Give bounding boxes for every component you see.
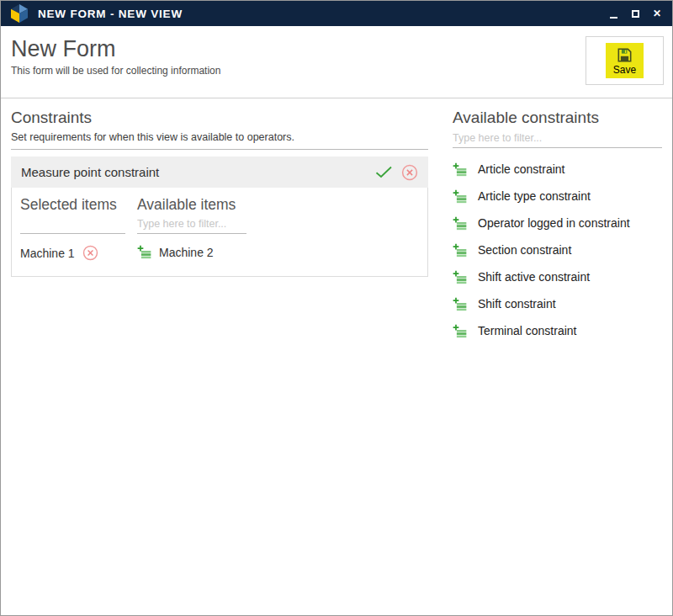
add-to-list-icon xyxy=(453,324,467,338)
add-to-list-icon xyxy=(453,270,467,284)
available-items-header: Available items xyxy=(137,196,246,214)
selected-items-filter-input[interactable] xyxy=(20,215,125,234)
available-constraints-filter-input[interactable] xyxy=(453,130,662,148)
remove-constraint-button[interactable] xyxy=(401,164,418,181)
measure-point-constraint-card: Measure point constraint xyxy=(11,157,428,277)
selected-items-header: Selected items xyxy=(20,196,125,214)
page-header: New Form This form will be used for coll… xyxy=(1,26,672,98)
constraint-item-label: Section constraint xyxy=(478,243,571,257)
available-item-label: Machine 2 xyxy=(159,246,214,259)
constraint-card-body: Selected items Machine 1 Available items xyxy=(11,188,428,277)
available-items-column: Available items Machine 2 xyxy=(137,196,246,261)
constraints-title: Constraints xyxy=(11,109,428,127)
window-title: NEW FORM - NEW VIEW xyxy=(38,8,183,20)
available-constraint-item[interactable]: Shift active constraint xyxy=(453,263,662,290)
close-button[interactable]: ✕ xyxy=(649,5,665,22)
app-logo-icon xyxy=(9,3,29,24)
available-constraint-item[interactable]: Section constraint xyxy=(453,236,662,263)
remove-item-button[interactable] xyxy=(82,245,98,261)
constraint-item-label: Shift constraint xyxy=(478,297,556,311)
main-content: Constraints Set requirements for when th… xyxy=(1,98,672,354)
circle-x-icon xyxy=(82,245,98,261)
page-subtitle: This form will be used for collecting in… xyxy=(11,65,662,77)
constraint-item-label: Terminal constraint xyxy=(478,324,577,337)
available-constraints-title: Available constraints xyxy=(453,109,662,127)
constraint-card-actions xyxy=(375,164,418,181)
window-controls: ✕ xyxy=(605,5,665,22)
available-item-row[interactable]: Machine 2 xyxy=(137,245,246,259)
titlebar: NEW FORM - NEW VIEW ✕ xyxy=(1,1,672,26)
available-constraint-item[interactable]: Article type constraint xyxy=(453,183,662,210)
selected-item-label: Machine 1 xyxy=(20,247,75,260)
add-to-list-icon xyxy=(453,216,467,231)
selected-items-column: Selected items Machine 1 xyxy=(20,196,125,261)
constraints-panel: Constraints Set requirements for when th… xyxy=(11,109,428,277)
add-to-list-icon xyxy=(453,297,467,311)
available-constraints-panel: Available constraints Article constraint… xyxy=(453,109,662,344)
maximize-button[interactable] xyxy=(627,5,644,22)
save-button[interactable]: Save xyxy=(606,43,644,78)
check-icon xyxy=(375,166,393,178)
available-items-filter-input[interactable] xyxy=(137,215,246,234)
floppy-disk-icon xyxy=(617,47,633,63)
add-to-list-icon xyxy=(453,243,467,258)
circle-x-icon xyxy=(401,164,418,181)
selected-item-row: Machine 1 xyxy=(20,245,125,261)
page-title: New Form xyxy=(11,36,662,62)
add-to-list-icon xyxy=(137,245,151,259)
available-constraint-item[interactable]: Shift constraint xyxy=(453,290,662,317)
toolbar: Save xyxy=(586,36,664,85)
add-to-list-icon xyxy=(453,189,467,204)
constraint-card-title: Measure point constraint xyxy=(21,165,159,179)
available-constraint-item[interactable]: Article constraint xyxy=(453,156,662,183)
available-constraint-item[interactable]: Terminal constraint xyxy=(453,317,662,344)
available-constraints-list: Article constraint Article type constrai… xyxy=(453,156,662,344)
save-label: Save xyxy=(613,64,636,76)
constraints-subtitle: Set requirements for when this view is a… xyxy=(11,127,428,150)
add-to-list-icon xyxy=(453,162,467,177)
available-constraint-item[interactable]: Operator logged in constraint xyxy=(453,210,662,236)
confirm-constraint-button[interactable] xyxy=(375,166,393,178)
constraint-item-label: Article type constraint xyxy=(478,189,591,203)
constraint-item-label: Shift active constraint xyxy=(478,270,590,284)
constraint-item-label: Article constraint xyxy=(478,162,564,176)
constraint-card-header: Measure point constraint xyxy=(11,157,428,188)
minimize-button[interactable] xyxy=(605,5,622,22)
app-window: NEW FORM - NEW VIEW ✕ New Form This form… xyxy=(0,0,673,616)
constraint-item-label: Operator logged in constraint xyxy=(478,216,630,230)
